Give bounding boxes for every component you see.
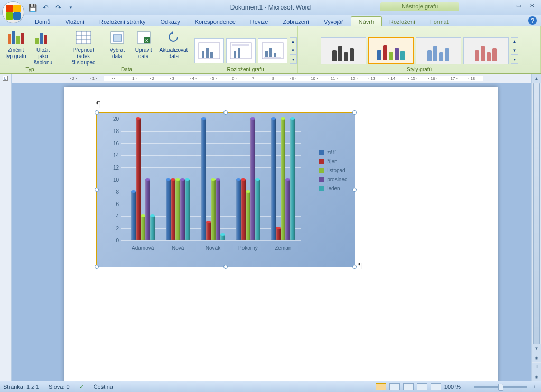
style-gallery-scroller[interactable]: ▲▼▾ [511, 37, 518, 64]
svg-rect-18 [238, 48, 240, 58]
svg-rect-23 [264, 57, 281, 58]
save-template-label: Uložit jako šablonu [32, 47, 54, 66]
tab-view[interactable]: Zobrazení [275, 17, 316, 26]
page[interactable]: ¶ 02468101214161820AdamováNováNovákPokor… [64, 87, 498, 392]
browse-object-icon[interactable]: ⠿ [532, 363, 541, 372]
down-arrow-icon[interactable]: ▼ [290, 46, 296, 55]
redo-icon[interactable]: ↷ [53, 2, 63, 13]
office-logo-icon [6, 5, 21, 20]
select-data-label: Vybrat data [109, 47, 125, 60]
more-arrow-icon[interactable]: ▾ [290, 55, 296, 64]
select-data-button[interactable]: Vybrat data [105, 28, 130, 61]
qat-dropdown-icon[interactable]: ▼ [66, 2, 76, 13]
chart-legend[interactable]: záříříjenlistopadprosinecleden [319, 150, 347, 194]
zoom-out-button[interactable]: − [464, 384, 471, 390]
zoom-level[interactable]: 100 % [444, 384, 461, 390]
minimize-button[interactable]: — [499, 2, 510, 9]
draft-view-button[interactable] [431, 383, 441, 390]
close-button[interactable]: ✕ [526, 2, 538, 9]
help-icon[interactable]: ? [528, 16, 537, 25]
resize-handle[interactable] [223, 110, 228, 115]
undo-icon[interactable]: ↶ [40, 2, 51, 13]
chart-layout-1[interactable] [194, 38, 224, 63]
chart-layout-3[interactable] [258, 38, 287, 63]
svg-rect-13 [206, 48, 209, 58]
chart-style-4[interactable] [463, 37, 509, 64]
up-arrow-icon[interactable]: ▲ [290, 38, 296, 46]
pilcrow-icon: ¶ [358, 261, 362, 269]
tab-insert[interactable]: Vložení [58, 17, 92, 26]
select-data-icon [109, 29, 126, 46]
office-button[interactable] [2, 1, 24, 23]
edit-data-icon: X [135, 29, 152, 46]
save-icon[interactable]: 💾 [27, 2, 38, 13]
svg-rect-6 [113, 35, 122, 41]
chart-plot-area[interactable]: 02468101214161820AdamováNováNovákPokorný… [121, 119, 301, 240]
resize-handle[interactable] [95, 110, 99, 115]
ribbon: Změnit typ grafu Uložit jako šablonu Typ… [0, 26, 541, 74]
outline-view-button[interactable] [417, 383, 427, 390]
chart-style-1[interactable] [321, 37, 366, 64]
scroll-thumb[interactable] [533, 83, 540, 358]
chart-object[interactable]: 02468101214161820AdamováNováNovákPokorný… [96, 112, 355, 267]
scroll-down-icon[interactable]: ▼ [532, 344, 541, 353]
tab-mailings[interactable]: Korespondence [188, 17, 243, 26]
refresh-data-button[interactable]: Aktualizovat data [157, 28, 190, 61]
resize-handle[interactable] [352, 265, 357, 269]
down-arrow-icon[interactable]: ▼ [511, 46, 518, 55]
fullscreen-reading-view-button[interactable] [389, 383, 400, 390]
window-title: Dokument1 - Microsoft Word [230, 4, 311, 11]
switch-row-column-button[interactable]: Přepnout řádek či sloupec [63, 28, 104, 67]
zoom-in-button[interactable]: + [530, 384, 538, 390]
status-language[interactable]: Čeština [94, 384, 113, 390]
group-chart-styles: ▲▼▾ Styly grafů [298, 26, 541, 73]
switch-rowcol-label: Přepnout řádek či sloupec [66, 47, 101, 66]
chart-layout-2[interactable] [226, 38, 256, 63]
print-layout-view-button[interactable] [376, 383, 386, 390]
chart-style-3[interactable] [416, 37, 461, 64]
tab-layout[interactable]: Rozložení [382, 17, 423, 26]
resize-handle[interactable] [223, 265, 228, 269]
save-as-template-button[interactable]: Uložit jako šablonu [30, 28, 57, 67]
next-page-icon[interactable]: ◉ [532, 372, 541, 381]
svg-rect-21 [269, 48, 272, 58]
group-layouts-label: Rozložení grafu [193, 67, 297, 72]
vertical-scrollbar[interactable]: ▲ ▼ ◉ ⠿ ◉ [531, 74, 541, 381]
tab-home[interactable]: Domů [27, 17, 58, 26]
status-bar: Stránka: 1 z 1 Slova: 0 ✓ Čeština 100 % … [0, 381, 541, 392]
restore-button[interactable]: ▭ [512, 2, 524, 9]
tab-developer[interactable]: Vývojář [316, 17, 351, 26]
resize-handle[interactable] [95, 188, 99, 192]
resize-handle[interactable] [352, 110, 357, 115]
tab-selector-icon[interactable]: L [3, 76, 8, 81]
layout-gallery-scroller[interactable]: ▲▼▾ [290, 37, 297, 64]
pilcrow-icon: ¶ [96, 100, 100, 108]
more-arrow-icon[interactable]: ▾ [511, 55, 518, 64]
tab-design[interactable]: Návrh [351, 16, 382, 26]
tab-page-layout[interactable]: Rozložení stránky [92, 17, 153, 26]
resize-handle[interactable] [95, 265, 99, 269]
horizontal-ruler[interactable]: · 2 ·· 1 ·· ·· 1 ·· 2 ·· 3 ·· 4 ·· 5 ·· … [12, 74, 541, 83]
chart-style-2[interactable] [368, 37, 414, 64]
group-chart-layouts: ▲▼▾ Rozložení grafu [193, 26, 298, 73]
svg-rect-17 [234, 51, 236, 58]
change-chart-type-button[interactable]: Změnit typ grafu [3, 28, 29, 61]
zoom-slider[interactable] [474, 386, 527, 388]
tab-references[interactable]: Odkazy [153, 17, 187, 26]
status-page[interactable]: Stránka: 1 z 1 [3, 384, 39, 390]
svg-text:X: X [145, 38, 148, 43]
up-arrow-icon[interactable]: ▲ [511, 38, 518, 46]
scroll-up-icon[interactable]: ▲ [532, 74, 541, 83]
tab-review[interactable]: Revize [243, 17, 276, 26]
tab-format[interactable]: Formát [423, 17, 456, 26]
ribbon-tabs: Domů Vložení Rozložení stránky Odkazy Ko… [0, 15, 541, 26]
group-type-label: Typ [0, 67, 60, 72]
svg-rect-16 [232, 44, 249, 46]
prev-page-icon[interactable]: ◉ [532, 353, 541, 362]
web-layout-view-button[interactable] [403, 383, 414, 390]
svg-marker-10 [171, 31, 173, 35]
spellcheck-icon[interactable]: ✓ [79, 384, 84, 390]
edit-data-button[interactable]: X Upravit data [131, 28, 156, 61]
resize-handle[interactable] [352, 188, 357, 192]
status-words[interactable]: Slova: 0 [49, 384, 70, 390]
